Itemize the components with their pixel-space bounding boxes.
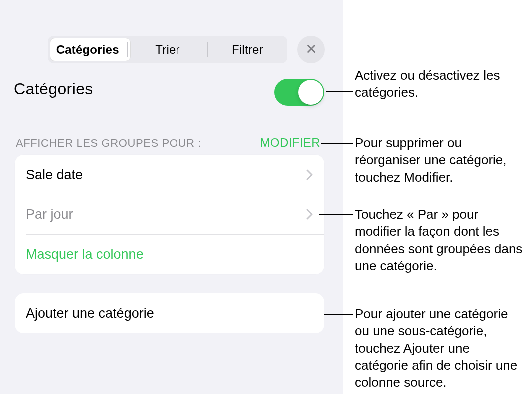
chevron-right-icon — [306, 208, 313, 220]
row-label: Masquer la colonne — [26, 247, 313, 262]
categories-list: Sale date Par jour M — [15, 155, 324, 274]
panel-title: Catégories — [14, 80, 93, 98]
callout-toggle: Activez ou désactivez les catégories. — [355, 67, 525, 101]
callout-lead — [321, 143, 353, 144]
row-label: Par jour — [26, 207, 306, 222]
row-label: Ajouter une catégorie — [26, 306, 313, 321]
tab-filter[interactable]: Filtrer — [208, 43, 287, 57]
modify-button[interactable]: MODIFIER — [260, 136, 320, 150]
callout-modify: Pour supprimer ou réorganiser une catégo… — [355, 134, 525, 186]
add-category-list: Ajouter une catégorie — [15, 293, 324, 333]
per-unit: jour — [51, 207, 73, 222]
callout-per: Touchez « Par » pour modifier la façon d… — [355, 206, 525, 274]
tab-categories[interactable]: Catégories — [48, 43, 127, 57]
per-prefix: Par — [26, 207, 47, 222]
settings-panel: Catégories Trier Filtrer Catégories AFFI… — [0, 0, 343, 394]
row-hide-column[interactable]: Masquer la colonne — [15, 234, 324, 274]
callout-add: Pour ajouter une catégorie ou une sous-c… — [355, 305, 525, 391]
close-icon — [306, 43, 317, 56]
groups-section-label: AFFICHER LES GROUPES POUR : — [16, 137, 201, 150]
callout-lead — [319, 214, 353, 215]
toggle-knob — [298, 80, 323, 105]
tab-sort[interactable]: Trier — [128, 43, 207, 57]
row-sale-date[interactable]: Sale date — [15, 155, 324, 195]
chevron-right-icon — [306, 169, 313, 181]
callout-lead — [324, 314, 353, 315]
callout-lead — [326, 91, 353, 92]
tabs-segmented-control[interactable]: Catégories Trier Filtrer — [48, 36, 287, 63]
row-grouping-per[interactable]: Par jour — [15, 195, 324, 234]
categories-toggle[interactable] — [274, 79, 324, 106]
close-button[interactable] — [297, 36, 325, 63]
row-add-category[interactable]: Ajouter une catégorie — [15, 293, 324, 333]
row-label: Sale date — [26, 167, 306, 183]
